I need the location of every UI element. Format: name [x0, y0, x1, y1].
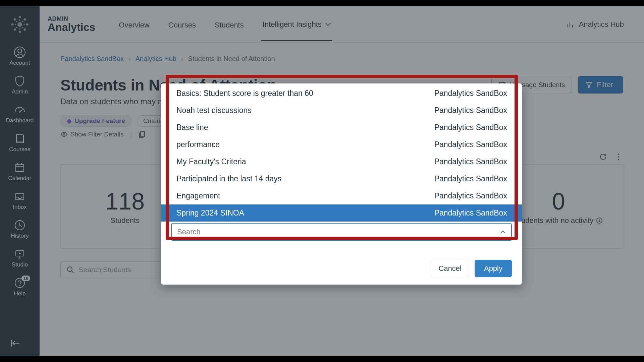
option-label: Basics: Student score is greater than 60	[176, 89, 313, 98]
option-label: My Faculty's Criteria	[176, 157, 246, 166]
option-account: Pandalytics SandBox	[434, 140, 507, 149]
chevron-up-icon[interactable]	[500, 230, 506, 234]
criteria-option[interactable]: EngagementPandalytics SandBox	[161, 187, 522, 204]
criteria-option[interactable]: Basics: Student score is greater than 60…	[161, 85, 522, 102]
option-account: Pandalytics SandBox	[434, 123, 507, 132]
criteria-modal: Basics: Student score is greater than 60…	[161, 83, 522, 285]
option-label: Participated in the last 14 days	[176, 174, 281, 183]
option-account: Pandalytics SandBox	[434, 157, 507, 166]
option-account: Pandalytics SandBox	[434, 208, 507, 218]
option-label: Engagement	[176, 191, 220, 200]
criteria-option[interactable]: Noah test discussionsPandalytics SandBox	[161, 102, 522, 119]
criteria-option-list: Basics: Student score is greater than 60…	[161, 83, 522, 222]
criteria-option[interactable]: performancePandalytics SandBox	[161, 136, 522, 153]
option-account: Pandalytics SandBox	[434, 106, 507, 115]
criteria-option[interactable]: Participated in the last 14 daysPandalyt…	[161, 170, 522, 187]
apply-button[interactable]: Apply	[475, 260, 512, 277]
option-label: performance	[176, 140, 220, 149]
criteria-option-selected[interactable]: Spring 2024 SINOAPandalytics SandBox	[161, 204, 522, 222]
cancel-button[interactable]: Cancel	[431, 260, 469, 277]
option-account: Pandalytics SandBox	[434, 174, 507, 183]
option-account: Pandalytics SandBox	[434, 89, 507, 98]
criteria-search[interactable]	[171, 223, 512, 241]
option-label: Base line	[176, 123, 208, 132]
option-label: Noah test discussions	[176, 106, 252, 115]
option-label: Spring 2024 SINOA	[176, 208, 244, 218]
option-account: Pandalytics SandBox	[434, 191, 507, 200]
criteria-option[interactable]: My Faculty's CriteriaPandalytics SandBox	[161, 153, 522, 170]
criteria-search-input[interactable]	[177, 228, 500, 236]
criteria-option[interactable]: Base linePandalytics SandBox	[161, 119, 522, 136]
